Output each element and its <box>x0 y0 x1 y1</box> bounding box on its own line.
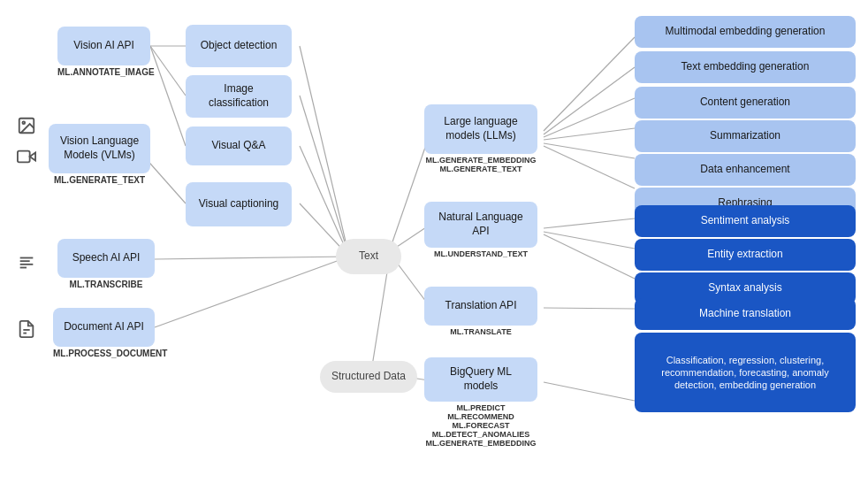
svg-line-24 <box>544 308 635 309</box>
svg-line-22 <box>544 232 635 249</box>
nlp-api-label: ML.UNDERSTAND_TEXT <box>424 249 537 258</box>
trans-api-node: Translation API <box>424 287 537 326</box>
doc-api-node: Document AI API <box>53 308 155 347</box>
llm-node: Large language models (LLMs) <box>424 104 537 154</box>
video-icon <box>16 146 37 167</box>
entity-extraction-node: Entity extraction <box>635 239 856 271</box>
summarization-node: Summarization <box>635 120 856 152</box>
vision-api-label: ML.ANNOTATE_IMAGE <box>57 67 150 77</box>
speech-api-label: ML.TRANSCRIBE <box>57 280 155 289</box>
svg-marker-28 <box>30 152 35 160</box>
image-icon <box>16 115 37 136</box>
svg-line-19 <box>544 143 635 158</box>
svg-line-16 <box>544 67 635 134</box>
svg-line-2 <box>150 46 186 146</box>
llm-label: ML.GENERATE_EMBEDDING ML.GENERATE_TEXT <box>424 156 537 173</box>
svg-line-18 <box>544 128 635 140</box>
sentiment-analysis-node: Sentiment analysis <box>635 205 856 237</box>
bigquery-ml-node: BigQuery ML models <box>424 357 537 402</box>
svg-line-15 <box>544 37 635 131</box>
speech-api-node: Speech AI API <box>57 239 155 278</box>
visual-qa-node: Visual Q&A <box>186 126 292 165</box>
svg-line-21 <box>544 218 635 228</box>
svg-line-17 <box>544 98 635 137</box>
document-icon <box>16 318 37 340</box>
visual-caption-node: Visual captioning <box>186 182 292 226</box>
svg-line-5 <box>300 96 349 257</box>
svg-line-25 <box>544 382 635 401</box>
text-node: Text <box>336 239 401 274</box>
vision-api-node: Vision AI API <box>57 27 150 65</box>
svg-line-6 <box>300 146 349 257</box>
svg-line-20 <box>544 146 635 188</box>
data-enhancement-node: Data enhancement <box>635 154 856 186</box>
vision-lang-label: ML.GENERATE_TEXT <box>49 175 150 185</box>
doc-api-label: ML.PROCESS_DOCUMENT <box>53 349 155 358</box>
svg-line-4 <box>300 46 349 257</box>
speech-icon <box>16 252 37 273</box>
svg-line-1 <box>150 46 186 96</box>
nlp-api-node: Natural Language API <box>424 202 537 248</box>
trans-api-label: ML.TRANSLATE <box>424 327 537 336</box>
multimodal-embed-node: Multimodal embedding generation <box>635 16 856 48</box>
svg-line-8 <box>155 257 349 259</box>
svg-line-13 <box>371 261 389 372</box>
classification-box-node: Classification, regression, clustering, … <box>635 333 856 412</box>
svg-line-23 <box>544 234 635 279</box>
obj-detect-node: Object detection <box>186 25 292 67</box>
svg-line-10 <box>389 137 429 252</box>
structured-data-node: Structured Data <box>320 361 417 393</box>
content-gen-node: Content generation <box>635 87 856 119</box>
bigquery-ml-label: ML.PREDICT ML.RECOMMEND ML.FORECAST ML.D… <box>424 403 537 448</box>
img-class-node: Image classification <box>186 75 292 118</box>
machine-translation-node: Machine translation <box>635 298 856 330</box>
svg-point-27 <box>22 121 25 124</box>
text-embed-node: Text embedding generation <box>635 51 856 83</box>
svg-rect-29 <box>18 151 30 163</box>
vision-lang-node: Vision Language Models (VLMs) <box>49 124 150 173</box>
svg-line-9 <box>155 257 349 327</box>
